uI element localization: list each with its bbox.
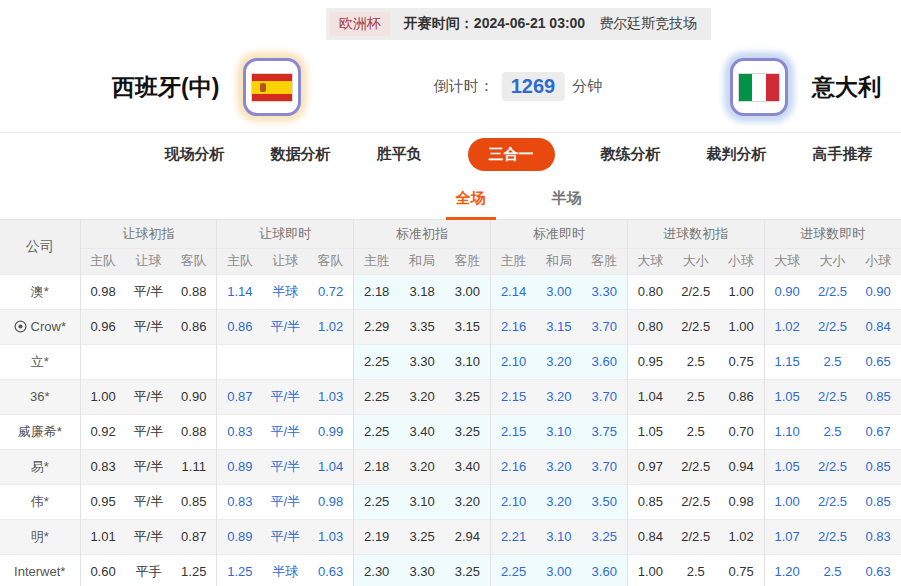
odds-cell: 半球 xyxy=(262,274,308,309)
odds-cell: 3.40 xyxy=(399,414,445,449)
odds-cell: 2.15 xyxy=(490,379,536,414)
bookmaker-row: 立*2.253.303.102.103.203.600.952.50.751.1… xyxy=(0,344,901,379)
odds-cell: 3.15 xyxy=(536,309,582,344)
tab-live-analysis[interactable]: 现场分析 xyxy=(165,145,225,164)
bookmaker-name[interactable]: 36* xyxy=(0,379,80,414)
topbar-wrap: 欧洲杯 开赛时间：2024-06-21 03:00 费尔廷斯竞技场 xyxy=(0,0,901,40)
tab-three-in-one[interactable]: 三合一 xyxy=(468,138,555,171)
bookmaker-name[interactable]: 威廉希* xyxy=(0,414,80,449)
odds-cell: 1.15 xyxy=(764,344,810,379)
odds-cell: 0.75 xyxy=(719,554,765,586)
odds-cell: 3.10 xyxy=(445,344,491,379)
odds-cell: 2.5 xyxy=(673,379,719,414)
countdown-unit: 分钟 xyxy=(572,77,602,96)
tab-win-draw-loss[interactable]: 胜平负 xyxy=(377,145,422,164)
tab-expert-picks[interactable]: 高手推荐 xyxy=(813,145,873,164)
tab-data-analysis[interactable]: 数据分析 xyxy=(271,145,331,164)
bookmaker-name[interactable]: 立* xyxy=(0,344,80,379)
odds-header-sub-row: 主队让球客队主队让球客队主胜和局客胜主胜和局客胜大球大小小球大球大小小球 xyxy=(0,248,901,274)
odds-cell: 平/半 xyxy=(126,519,172,554)
sub-header: 客胜 xyxy=(582,248,628,274)
odds-cell xyxy=(126,344,172,379)
odds-cell: 1.00 xyxy=(719,274,765,309)
tab-referee-analysis[interactable]: 裁判分析 xyxy=(707,145,767,164)
bookmaker-row: 易*0.83平/半1.110.89平/半1.042.183.203.402.16… xyxy=(0,449,901,484)
odds-cell: 2/2.5 xyxy=(810,274,856,309)
odds-cell: 3.10 xyxy=(399,484,445,519)
odds-cell: 3.20 xyxy=(536,344,582,379)
odds-cell: 2.18 xyxy=(354,449,400,484)
odds-cell: 平/半 xyxy=(262,449,308,484)
odds-cell: 0.87 xyxy=(217,379,263,414)
odds-cell: 0.70 xyxy=(719,414,765,449)
odds-cell: 0.80 xyxy=(627,309,673,344)
odds-cell: 2.30 xyxy=(354,554,400,586)
sub-header: 主胜 xyxy=(354,248,400,274)
odds-cell xyxy=(217,344,263,379)
bookmaker-name[interactable]: 明* xyxy=(0,519,80,554)
odds-cell: 0.83 xyxy=(217,484,263,519)
odds-cell xyxy=(171,344,217,379)
odds-cell: 平/半 xyxy=(126,414,172,449)
odds-cell: 0.86 xyxy=(171,309,217,344)
odds-cell: 0.72 xyxy=(308,274,354,309)
odds-cell xyxy=(308,344,354,379)
bookmaker-name[interactable]: 伟* xyxy=(0,484,80,519)
tab-coach-analysis[interactable]: 教练分析 xyxy=(601,145,661,164)
sub-header: 小球 xyxy=(855,248,901,274)
odds-cell: 2.25 xyxy=(354,379,400,414)
odds-cell: 0.86 xyxy=(217,309,263,344)
spain-flag-icon xyxy=(243,58,301,116)
bookmaker-row: Interwet*0.60平手1.251.25半球0.632.303.303.2… xyxy=(0,554,901,586)
kickoff-time: 开赛时间：2024-06-21 03:00 xyxy=(404,15,585,33)
match-header: 西班牙(中) 倒计时： 1269 分钟 意大利 xyxy=(0,42,901,132)
odds-cell: 3.18 xyxy=(399,274,445,309)
odds-header-group-row: 公司让球初指让球即时标准初指标准即时进球数初指进球数即时 xyxy=(0,220,901,248)
odds-cell: 2.5 xyxy=(810,344,856,379)
odds-cell: 3.30 xyxy=(399,344,445,379)
odds-cell: 1.03 xyxy=(308,379,354,414)
sub-header: 客队 xyxy=(308,248,354,274)
group-header-4: 进球数初指 xyxy=(627,220,764,248)
odds-cell: 0.87 xyxy=(171,519,217,554)
bookmaker-name[interactable]: Interwet* xyxy=(0,554,80,586)
bookmaker-name[interactable]: 易* xyxy=(0,449,80,484)
odds-cell: 3.20 xyxy=(536,484,582,519)
odds-cell: 3.20 xyxy=(399,379,445,414)
odds-cell: 平/半 xyxy=(126,484,172,519)
spain-flag xyxy=(252,74,292,101)
italy-flag xyxy=(739,74,779,101)
odds-cell: 1.25 xyxy=(171,554,217,586)
odds-cell: 3.50 xyxy=(582,484,628,519)
odds-cell: 半球 xyxy=(262,554,308,586)
odds-cell: 0.98 xyxy=(80,274,126,309)
sub-header: 大球 xyxy=(627,248,673,274)
odds-cell: 0.90 xyxy=(855,274,901,309)
subtab-full-match[interactable]: 全场 xyxy=(446,176,496,219)
odds-cell: 2.10 xyxy=(490,344,536,379)
odds-cell: 2/2.5 xyxy=(810,484,856,519)
odds-cell: 0.92 xyxy=(80,414,126,449)
sub-header: 和局 xyxy=(536,248,582,274)
subtab-half-match[interactable]: 半场 xyxy=(542,176,592,219)
odds-cell: 3.20 xyxy=(536,379,582,414)
league-badge[interactable]: 欧洲杯 xyxy=(330,12,390,36)
bookmaker-name[interactable]: 澳* xyxy=(0,274,80,309)
main-nav: 现场分析数据分析胜平负三合一教练分析裁判分析高手推荐 xyxy=(0,132,901,176)
spain-emblem xyxy=(260,83,266,92)
odds-cell: 平/半 xyxy=(126,274,172,309)
odds-cell: 3.15 xyxy=(445,309,491,344)
soccer-ball-icon xyxy=(14,320,27,333)
sub-header: 大小 xyxy=(673,248,719,274)
odds-cell: 2.14 xyxy=(490,274,536,309)
odds-cell: 2.25 xyxy=(354,484,400,519)
odds-cell: 1.00 xyxy=(719,309,765,344)
bookmaker-name[interactable]: Crow* xyxy=(0,309,80,344)
sub-header: 客队 xyxy=(171,248,217,274)
odds-cell: 1.00 xyxy=(764,484,810,519)
odds-cell: 1.01 xyxy=(80,519,126,554)
odds-cell: 0.95 xyxy=(627,344,673,379)
odds-cell: 1.11 xyxy=(171,449,217,484)
odds-cell: 0.84 xyxy=(627,519,673,554)
odds-cell: 2/2.5 xyxy=(673,519,719,554)
